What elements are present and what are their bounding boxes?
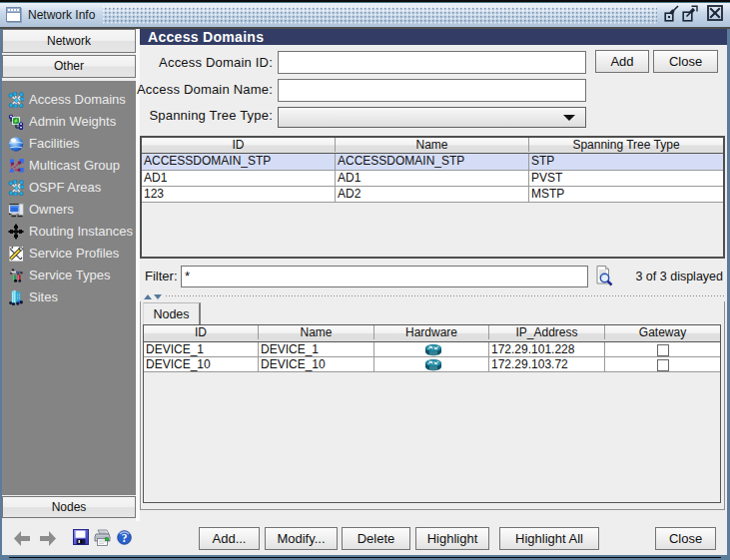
- svg-text:?: ?: [122, 532, 128, 544]
